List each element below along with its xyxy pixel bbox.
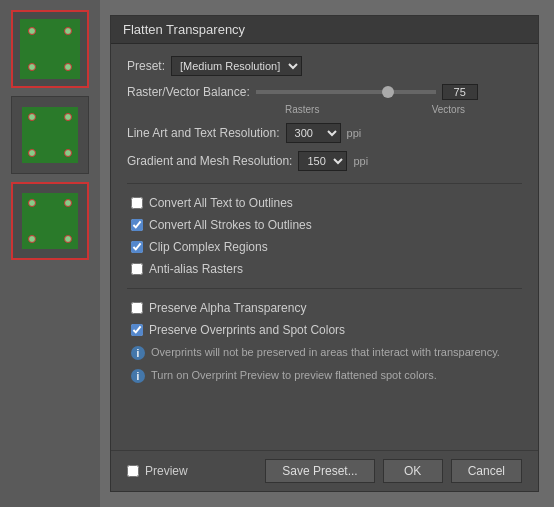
- divider-2: [127, 288, 522, 289]
- checkbox-convert-strokes: Convert All Strokes to Outlines: [127, 218, 522, 232]
- gradient-ppi: ppi: [353, 155, 368, 167]
- thumb-dot: [64, 235, 72, 243]
- thumb-inner-1: [20, 19, 80, 79]
- checkbox-clip-complex: Clip Complex Regions: [127, 240, 522, 254]
- thumb-dot: [64, 199, 72, 207]
- clip-complex-label: Clip Complex Regions: [149, 240, 268, 254]
- divider-1: [127, 183, 522, 184]
- line-art-row: Line Art and Text Resolution: 300 150 60…: [127, 123, 522, 143]
- preserve-alpha-label: Preserve Alpha Transparency: [149, 301, 306, 315]
- raster-vector-label: Raster/Vector Balance:: [127, 85, 250, 99]
- info-icon-2: i: [131, 369, 145, 383]
- raster-vector-slider[interactable]: [256, 90, 436, 94]
- anti-alias-label: Anti-alias Rasters: [149, 262, 243, 276]
- left-panel: [0, 0, 100, 507]
- line-art-select[interactable]: 300 150 600 1200: [286, 123, 341, 143]
- thumb-dot: [28, 199, 36, 207]
- thumb-dot: [28, 113, 36, 121]
- save-preset-button[interactable]: Save Preset...: [265, 459, 374, 483]
- dialog-footer: Preview Save Preset... OK Cancel: [111, 450, 538, 491]
- thumbnail-1[interactable]: [11, 10, 89, 88]
- convert-text-label: Convert All Text to Outlines: [149, 196, 293, 210]
- rasters-label: Rasters: [285, 104, 319, 115]
- preset-row: Preset: [Medium Resolution] High Resolut…: [127, 56, 522, 76]
- preview-section: Preview: [127, 464, 188, 478]
- slider-labels: Rasters Vectors: [285, 104, 522, 115]
- thumb-dot: [28, 235, 36, 243]
- gradient-row: Gradient and Mesh Resolution: 150 72 300…: [127, 151, 522, 171]
- info-text-1: Overprints will not be preserved in area…: [151, 345, 500, 360]
- thumb-dot: [28, 63, 36, 71]
- raster-vector-row: Raster/Vector Balance:: [127, 84, 522, 100]
- preserve-alpha-checkbox[interactable]: [131, 302, 143, 314]
- thumb-dot: [28, 27, 36, 35]
- vectors-label: Vectors: [432, 104, 465, 115]
- thumb-dot: [64, 113, 72, 121]
- convert-text-checkbox[interactable]: [131, 197, 143, 209]
- thumb-dot: [64, 27, 72, 35]
- thumbnail-3[interactable]: [11, 182, 89, 260]
- thumb-dot: [28, 149, 36, 157]
- preserve-overprints-checkbox[interactable]: [131, 324, 143, 336]
- gradient-select[interactable]: 150 72 300: [298, 151, 347, 171]
- gradient-label: Gradient and Mesh Resolution:: [127, 154, 292, 168]
- thumb-inner-3: [22, 193, 78, 249]
- checkbox-convert-text: Convert All Text to Outlines: [127, 196, 522, 210]
- preserve-overprints-label: Preserve Overprints and Spot Colors: [149, 323, 345, 337]
- preserve-alpha-row: Preserve Alpha Transparency: [127, 301, 522, 315]
- thumb-dot: [64, 63, 72, 71]
- dialog-body: Preset: [Medium Resolution] High Resolut…: [111, 44, 538, 450]
- line-art-label: Line Art and Text Resolution:: [127, 126, 280, 140]
- info-row-2: i Turn on Overprint Preview to preview f…: [127, 368, 522, 383]
- checkbox-anti-alias: Anti-alias Rasters: [127, 262, 522, 276]
- slider-container: [256, 84, 478, 100]
- preset-select[interactable]: [Medium Resolution] High Resolution Low …: [171, 56, 302, 76]
- anti-alias-checkbox[interactable]: [131, 263, 143, 275]
- preview-checkbox[interactable]: [127, 465, 139, 477]
- slider-labels-text: Rasters Vectors: [285, 104, 465, 115]
- clip-complex-checkbox[interactable]: [131, 241, 143, 253]
- thumb-inner-2: [22, 107, 78, 163]
- dialog-title: Flatten Transparency: [111, 16, 538, 44]
- convert-strokes-label: Convert All Strokes to Outlines: [149, 218, 312, 232]
- preset-label: Preset:: [127, 59, 165, 73]
- raster-vector-value[interactable]: [442, 84, 478, 100]
- thumbnail-2[interactable]: [11, 96, 89, 174]
- info-text-2: Turn on Overprint Preview to preview fla…: [151, 368, 437, 383]
- cancel-button[interactable]: Cancel: [451, 459, 522, 483]
- thumb-dot: [64, 149, 72, 157]
- dialog: Flatten Transparency Preset: [Medium Res…: [110, 15, 539, 492]
- preserve-overprints-row: Preserve Overprints and Spot Colors: [127, 323, 522, 337]
- convert-strokes-checkbox[interactable]: [131, 219, 143, 231]
- preview-label: Preview: [145, 464, 188, 478]
- line-art-ppi: ppi: [347, 127, 362, 139]
- ok-button[interactable]: OK: [383, 459, 443, 483]
- info-icon-1: i: [131, 346, 145, 360]
- info-row-1: i Overprints will not be preserved in ar…: [127, 345, 522, 360]
